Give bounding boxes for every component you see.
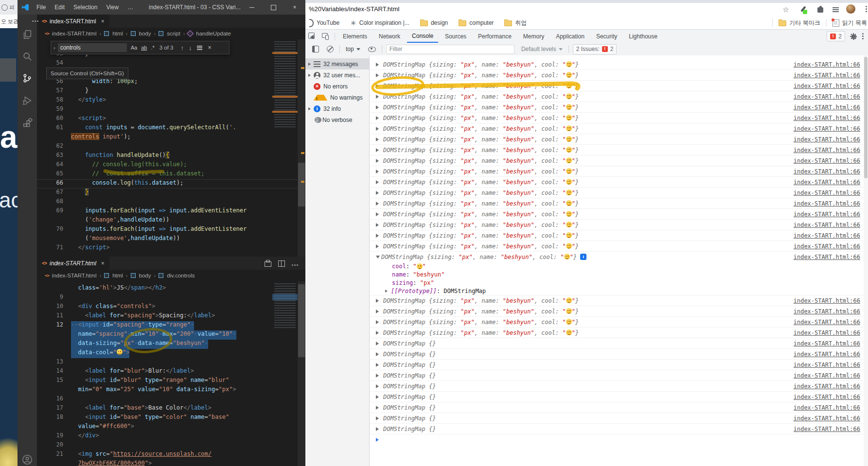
more-actions-icon[interactable] [292, 264, 299, 266]
expand-caret-icon[interactable] [376, 159, 381, 163]
console-row[interactable]: DOMStringMap {sizing: "px", name: "beshy… [370, 166, 868, 177]
expand-caret-icon[interactable] [376, 191, 381, 195]
extensions-icon[interactable] [22, 118, 33, 129]
code-line[interactable]: name="spacing"·min="10"·max="200"·value=… [37, 330, 298, 340]
account-icon[interactable] [22, 454, 33, 465]
expand-caret-icon[interactable] [376, 223, 381, 227]
source-link[interactable]: index-START.html:66 [794, 222, 868, 228]
code-line[interactable]: 14 <label for="blur">Blur:</label> [37, 367, 298, 377]
menu-selection[interactable]: Selection [69, 4, 102, 11]
code-line[interactable]: 21 <img src="https://source.unsplash.com… [37, 450, 298, 460]
source-link[interactable]: index-START.html:66 [794, 104, 868, 111]
expand-caret-icon[interactable] [376, 427, 381, 431]
source-link[interactable]: index-START.html:66 [794, 308, 868, 315]
menu-edit[interactable]: Edit [50, 4, 69, 11]
expand-caret-icon[interactable] [376, 73, 381, 77]
breadcrumb-item[interactable]: html [112, 31, 123, 36]
live-expression-icon[interactable] [368, 47, 376, 52]
issues-badge[interactable]: 2 [827, 31, 845, 41]
console-row[interactable]: DOMStringMap {sizing: "px", name: "beshy… [370, 188, 868, 198]
source-link[interactable]: index-START.html:66 [794, 340, 868, 347]
code-line[interactable]: data-sizing="px"·data-name="beshyun"· [37, 340, 298, 349]
console-row[interactable]: DOMStringMap {sizing: "px", name: "beshy… [370, 177, 868, 188]
bookmark-item[interactable]: 취업 [504, 19, 527, 27]
console-prompt[interactable] [370, 434, 868, 445]
code-line[interactable]: 19 </div> [37, 432, 298, 441]
source-link[interactable]: index-START.html:66 [794, 394, 868, 400]
editor-scrollbar-bottom[interactable] [298, 281, 305, 466]
color-picker-extension-icon[interactable] [798, 5, 808, 15]
console-row[interactable]: DOMStringMap {sizing: "px", name: "beshy… [370, 59, 868, 70]
code-line[interactable]: 63 function handleUpdate(){ [37, 152, 298, 161]
explorer-icon[interactable] [22, 29, 33, 40]
editor-more-actions-icon[interactable] [32, 20, 39, 22]
code-line[interactable]: 69 inputs.forEach(input => input.addEven… [37, 207, 298, 216]
inspect-element-icon[interactable] [308, 33, 316, 40]
expand-caret-icon[interactable] [376, 180, 381, 184]
source-link[interactable]: index-START.html:66 [794, 297, 868, 304]
code-line[interactable]: class='hl'>JS</span></h2> [37, 284, 298, 293]
console-filter-input[interactable] [386, 45, 514, 54]
code-line[interactable]: ('change',handleUpdate)) [37, 216, 298, 225]
object-property-row[interactable]: name: "beshyun" [370, 270, 868, 278]
source-link[interactable]: index-START.html:66 [794, 211, 868, 218]
console-row[interactable]: DOMStringMap {sizing: "px", name: "beshy… [370, 81, 868, 91]
editor-scrollbar-top[interactable] [298, 39, 305, 257]
previous-match-icon[interactable]: ↑ [181, 44, 184, 52]
source-link[interactable]: index-START.html:66 [794, 372, 868, 379]
bookmark-item[interactable]: 기타 북마크 [779, 19, 820, 27]
tab-index-start-bottom[interactable]: <> index-START.html × [37, 257, 109, 270]
devtools-tab-elements[interactable]: Elements [338, 30, 372, 43]
expand-caret-icon[interactable] [376, 384, 381, 388]
expand-caret-icon[interactable] [308, 74, 312, 77]
expand-caret-icon[interactable] [308, 107, 312, 110]
console-row[interactable]: DOMStringMap {sizing: "px", name: "beshy… [370, 70, 868, 81]
sidebar-item-no-errors[interactable]: No errors [305, 81, 369, 92]
expand-caret-icon[interactable] [376, 127, 381, 131]
expand-caret-icon[interactable] [376, 416, 381, 420]
object-property-row[interactable]: sizing: "px" [370, 278, 868, 287]
code-line[interactable]: 9 [37, 293, 298, 303]
code-line[interactable]: 60 <script> [37, 115, 298, 124]
expand-caret-icon[interactable] [376, 63, 381, 67]
console-row[interactable]: DOMStringMap {sizing: "px", name: "beshy… [370, 102, 868, 113]
expand-caret-icon[interactable] [376, 138, 381, 141]
code-line[interactable]: 67 } [37, 189, 298, 198]
collapse-caret-icon[interactable] [376, 256, 380, 260]
console-row[interactable]: DOMStringMap {}index-START.html:66 [370, 360, 868, 370]
breadcrumb-item[interactable]: index-START.html [52, 31, 97, 36]
object-property-row[interactable]: cool: "" [370, 262, 868, 270]
bookmark-item[interactable]: computer [459, 19, 494, 26]
source-link[interactable]: index-START.html:66 [794, 168, 868, 175]
code-line[interactable]: 57 } [37, 87, 298, 96]
expand-caret-icon[interactable] [376, 352, 381, 356]
source-control-icon[interactable] [22, 73, 33, 84]
device-toolbar-icon[interactable] [322, 33, 330, 40]
code-line[interactable]: 12··<input·id="spacing"·type="range"· [37, 321, 298, 330]
console-row[interactable]: DOMStringMap {}index-START.html:66 [370, 402, 868, 413]
source-link[interactable]: index-START.html:66 [794, 83, 868, 89]
code-line[interactable]: 62 [37, 142, 298, 152]
minimize-button[interactable] [241, 0, 263, 15]
printer-icon[interactable] [265, 261, 271, 267]
console-row[interactable]: DOMStringMap {sizing: "px", name: "beshy… [370, 241, 868, 252]
playlist-icon[interactable] [832, 5, 841, 15]
issues-counter[interactable]: 2 Issues: 2 [573, 44, 617, 54]
sidebar-item-32-info[interactable]: 32 info [305, 103, 369, 114]
devtools-tab-application[interactable]: Application [551, 30, 589, 43]
source-link[interactable]: index-START.html:66 [794, 232, 868, 239]
devtools-tab-sources[interactable]: Sources [440, 30, 471, 43]
tab-close-icon[interactable]: × [101, 260, 105, 267]
console-row[interactable]: DOMStringMap {}index-START.html:66 [370, 413, 868, 424]
source-link[interactable]: index-START.html:66 [794, 72, 868, 79]
clear-console-icon[interactable] [327, 46, 334, 52]
expand-caret-icon[interactable] [385, 290, 389, 293]
breadcrumb-item[interactable]: handleUpdate [196, 31, 231, 36]
code-editor-bottom[interactable]: class='hl'>JS</span></h2>910 <div class=… [37, 281, 298, 466]
sidebar-item-32-user-mes-[interactable]: 32 user mes... [305, 69, 369, 81]
expand-caret-icon[interactable] [376, 170, 381, 173]
source-link[interactable]: index-START.html:66 [794, 383, 868, 390]
console-scrollbar[interactable] [864, 55, 868, 466]
chrome-menu-icon[interactable] [862, 5, 868, 15]
menu-more[interactable]: … [123, 4, 138, 11]
